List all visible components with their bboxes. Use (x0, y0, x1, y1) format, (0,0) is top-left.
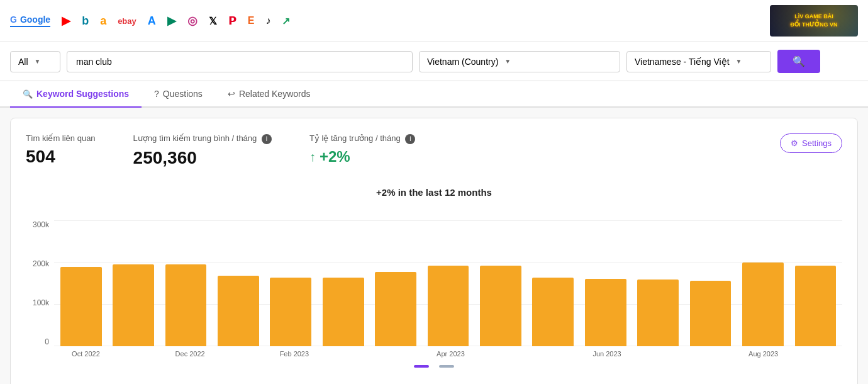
search-input[interactable] (67, 51, 413, 72)
bar-group-6 (371, 220, 420, 346)
y-label-300k: 300k (26, 220, 49, 229)
growth-value-row: ↑ +2% (309, 148, 415, 166)
x-label-13: Aug 2023 (739, 350, 787, 358)
bar-3 (218, 276, 259, 346)
bar-group-10 (581, 220, 630, 346)
brand-logo: LÌV GAME BÀIĐỔI THƯỞNG VN (770, 5, 858, 37)
tab-keyword-suggestions[interactable]: 🔍 Keyword Suggestions (10, 81, 142, 108)
trends-icon: ↗ (282, 15, 290, 27)
nav-x[interactable]: 𝕏 (209, 15, 217, 27)
bar-9 (532, 278, 574, 346)
bar-4 (270, 278, 311, 346)
bar-group-8 (476, 220, 525, 346)
nav-amazon[interactable]: a (100, 14, 106, 28)
bar-7 (428, 266, 469, 346)
chart-area: 300k 200k 100k 0 (26, 208, 842, 346)
nav-appstore[interactable]: A (148, 14, 156, 28)
bar-group-12 (686, 220, 735, 346)
google-g-icon: G (10, 14, 17, 25)
legend-item-2 (439, 365, 454, 368)
bar-group-2 (162, 220, 210, 346)
bar-group-5 (319, 220, 367, 346)
settings-label: Settings (802, 138, 832, 148)
x-label-2: Dec 2022 (166, 350, 214, 358)
y-label-200k: 200k (26, 259, 49, 268)
bar-2 (165, 264, 207, 346)
stat-growth: Tỷ lệ tăng trưởng / tháng i ↑ +2% (309, 133, 415, 166)
growth-info-icon[interactable]: i (405, 134, 415, 144)
nav-etsy[interactable]: E (248, 15, 255, 26)
nav-google-label: Google (20, 14, 50, 25)
main-content: Tìm kiếm liên quan 504 Lượng tìm kiếm tr… (0, 108, 868, 384)
legend-dot-1 (414, 365, 429, 368)
tab-questions[interactable]: ? Questions (142, 81, 215, 108)
chart-legend (26, 365, 842, 368)
country-select-value: Vietnam (Country) (427, 57, 498, 67)
stats-chart-card: Tìm kiếm liên quan 504 Lượng tìm kiếm tr… (10, 118, 858, 384)
bar-group-0 (57, 220, 105, 346)
tab-questions-icon: ? (154, 89, 159, 99)
x-label-5 (322, 350, 370, 358)
tab-related-label: Related Keywords (239, 89, 311, 99)
settings-gear-icon: ⚙ (791, 138, 798, 148)
nav-pinterest[interactable]: 𝗣 (228, 14, 236, 28)
avg-searches-info-icon[interactable]: i (262, 134, 272, 144)
legend-item-1 (414, 365, 429, 368)
tab-keyword-label: Keyword Suggestions (36, 89, 129, 99)
search-button-icon: 🔍 (793, 56, 805, 67)
x-label-10: Jun 2023 (583, 350, 632, 358)
chart-inner (54, 220, 842, 346)
language-chevron-icon: ▼ (736, 58, 742, 65)
growth-arrow-icon: ↑ (309, 150, 316, 164)
nav-bing[interactable]: b (82, 14, 89, 28)
country-select[interactable]: Vietnam (Country) ▼ (419, 51, 620, 72)
bar-11 (637, 280, 679, 346)
nav-tiktok[interactable]: ♪ (265, 15, 270, 26)
nav-ebay[interactable]: ebay (118, 16, 136, 26)
settings-button[interactable]: ⚙ Settings (780, 133, 842, 153)
nav-play[interactable]: ▶ (167, 14, 176, 28)
bar-14 (795, 266, 837, 346)
stat-related: Tìm kiếm liên quan 504 (26, 133, 96, 167)
bar-10 (585, 279, 626, 346)
x-label-1 (114, 350, 162, 358)
x-icon: 𝕏 (209, 15, 217, 27)
bar-6 (375, 272, 416, 346)
x-label-8 (479, 350, 527, 358)
bar-group-11 (633, 220, 682, 346)
tab-related-keywords[interactable]: ↩ Related Keywords (215, 81, 323, 108)
type-chevron-icon: ▼ (35, 58, 41, 65)
x-labels: Oct 2022Dec 2022Feb 2023Apr 2023Jun 2023… (59, 346, 842, 358)
tab-related-icon: ↩ (228, 89, 235, 99)
avg-searches-label: Lượng tìm kiếm trung bình / tháng i (133, 133, 272, 144)
language-select[interactable]: Vietnamese - Tiếng Việt ▼ (626, 51, 771, 72)
x-label-11 (635, 350, 683, 358)
bar-group-4 (267, 220, 315, 346)
nav-google[interactable]: G Google (10, 14, 50, 27)
pinterest-icon: 𝗣 (228, 14, 236, 28)
bar-group-1 (109, 220, 157, 346)
legend-dot-2 (439, 365, 454, 368)
search-button[interactable]: 🔍 (777, 50, 820, 73)
nav-trends[interactable]: ↗ (282, 15, 290, 27)
instagram-icon: ◎ (187, 14, 198, 28)
stat-avg-searches: Lượng tìm kiếm trung bình / tháng i 250,… (133, 133, 272, 168)
play-icon: ▶ (167, 14, 176, 28)
x-label-6 (374, 350, 423, 358)
bar-12 (690, 281, 732, 346)
stats-row: Tìm kiếm liên quan 504 Lượng tìm kiếm tr… (26, 133, 842, 168)
country-chevron-icon: ▼ (504, 58, 511, 65)
nav-instagram[interactable]: ◎ (187, 14, 198, 28)
chart-title: +2% in the last 12 months (26, 187, 842, 198)
appstore-icon: A (148, 14, 156, 28)
bars-row (54, 220, 842, 346)
nav-youtube[interactable]: ▶ (62, 14, 70, 28)
bar-1 (113, 264, 154, 346)
bar-group-13 (738, 220, 787, 346)
x-label-7: Apr 2023 (426, 350, 475, 358)
amazon-icon: a (100, 14, 106, 28)
type-select[interactable]: All ▼ (10, 51, 60, 72)
chart-container: +2% in the last 12 months 300k 200k 100k… (26, 181, 842, 374)
tiktok-icon: ♪ (265, 15, 270, 26)
search-bar: All ▼ Vietnam (Country) ▼ Vietnamese - T… (0, 42, 868, 81)
